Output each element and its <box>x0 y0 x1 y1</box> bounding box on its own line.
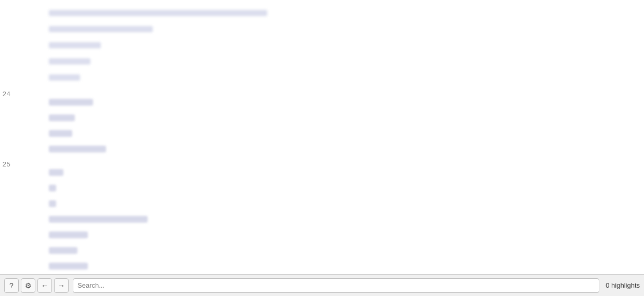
blurred-content <box>49 26 153 32</box>
forward-arrow-icon: → <box>58 281 65 290</box>
search-input[interactable] <box>73 278 599 293</box>
blurred-content <box>49 169 63 176</box>
highlights-label: 0 highlights <box>606 281 640 289</box>
back-button[interactable]: ← <box>37 278 52 293</box>
blurred-content <box>49 200 56 207</box>
blurred-content <box>49 185 56 191</box>
blurred-content <box>49 42 101 48</box>
blurred-content <box>49 58 90 65</box>
code-view: 24 25 <box>0 0 644 274</box>
blurred-content <box>49 247 77 254</box>
blurred-content <box>49 130 72 137</box>
code-line-pre <box>0 2 644 91</box>
code-lines: 24 25 <box>0 2 644 274</box>
help-icon: ? <box>9 281 14 290</box>
blurred-content <box>49 231 88 238</box>
blurred-content <box>49 114 75 121</box>
code-line-24: 24 <box>0 91 644 161</box>
blurred-content <box>49 74 80 81</box>
help-button[interactable]: ? <box>4 278 19 293</box>
blurred-content <box>49 146 106 152</box>
toolbar: ? ⚙ ← → 0 highlights <box>0 274 644 296</box>
blurred-content <box>49 216 148 223</box>
code-line-25: 25 <box>0 161 644 274</box>
forward-button[interactable]: → <box>54 278 69 293</box>
settings-button[interactable]: ⚙ <box>21 278 35 293</box>
blurred-content <box>49 99 93 106</box>
blurred-content <box>49 10 267 16</box>
gear-icon: ⚙ <box>25 281 32 290</box>
blurred-content <box>49 263 88 269</box>
back-arrow-icon: ← <box>41 281 48 290</box>
